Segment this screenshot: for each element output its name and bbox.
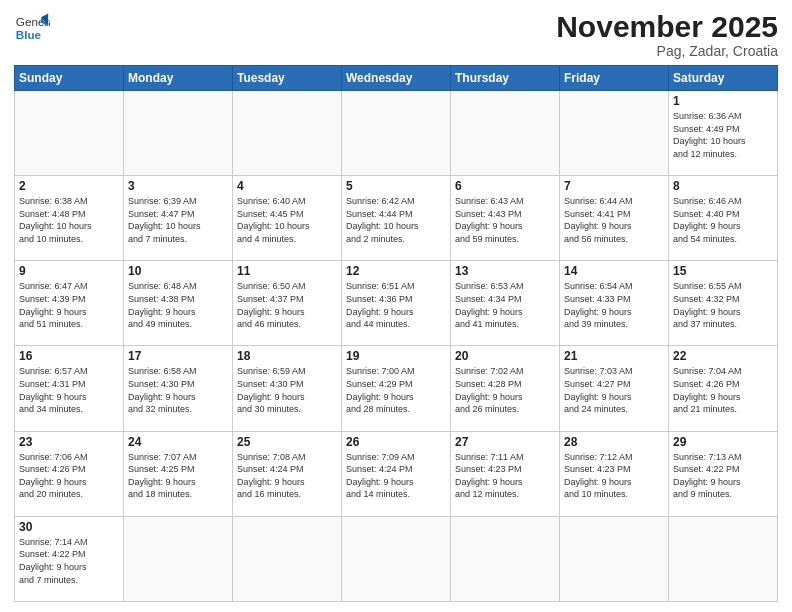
- calendar-week-1: 1Sunrise: 6:36 AM Sunset: 4:49 PM Daylig…: [15, 91, 778, 176]
- day-info: Sunrise: 6:53 AM Sunset: 4:34 PM Dayligh…: [455, 280, 555, 330]
- day-number: 20: [455, 349, 555, 363]
- calendar-cell: [342, 91, 451, 176]
- day-info: Sunrise: 7:09 AM Sunset: 4:24 PM Dayligh…: [346, 451, 446, 501]
- day-number: 15: [673, 264, 773, 278]
- calendar-cell: 12Sunrise: 6:51 AM Sunset: 4:36 PM Dayli…: [342, 261, 451, 346]
- weekday-header-saturday: Saturday: [669, 66, 778, 91]
- calendar-cell: [560, 91, 669, 176]
- calendar-cell: 7Sunrise: 6:44 AM Sunset: 4:41 PM Daylig…: [560, 176, 669, 261]
- calendar-week-3: 9Sunrise: 6:47 AM Sunset: 4:39 PM Daylig…: [15, 261, 778, 346]
- page: General Blue November 2025 Pag, Zadar, C…: [0, 0, 792, 612]
- day-info: Sunrise: 7:12 AM Sunset: 4:23 PM Dayligh…: [564, 451, 664, 501]
- logo-icon: General Blue: [14, 10, 50, 46]
- calendar-cell: 16Sunrise: 6:57 AM Sunset: 4:31 PM Dayli…: [15, 346, 124, 431]
- calendar-cell: 27Sunrise: 7:11 AM Sunset: 4:23 PM Dayli…: [451, 431, 560, 516]
- day-info: Sunrise: 6:40 AM Sunset: 4:45 PM Dayligh…: [237, 195, 337, 245]
- calendar-week-6: 30Sunrise: 7:14 AM Sunset: 4:22 PM Dayli…: [15, 516, 778, 601]
- calendar-cell: [233, 91, 342, 176]
- day-number: 19: [346, 349, 446, 363]
- svg-text:Blue: Blue: [16, 28, 42, 41]
- day-number: 6: [455, 179, 555, 193]
- day-info: Sunrise: 6:36 AM Sunset: 4:49 PM Dayligh…: [673, 110, 773, 160]
- day-number: 7: [564, 179, 664, 193]
- calendar-cell: 21Sunrise: 7:03 AM Sunset: 4:27 PM Dayli…: [560, 346, 669, 431]
- day-number: 11: [237, 264, 337, 278]
- header: General Blue November 2025 Pag, Zadar, C…: [14, 10, 778, 59]
- calendar-cell: 1Sunrise: 6:36 AM Sunset: 4:49 PM Daylig…: [669, 91, 778, 176]
- day-number: 8: [673, 179, 773, 193]
- calendar-week-5: 23Sunrise: 7:06 AM Sunset: 4:26 PM Dayli…: [15, 431, 778, 516]
- calendar-cell: [560, 516, 669, 601]
- day-number: 26: [346, 435, 446, 449]
- day-number: 16: [19, 349, 119, 363]
- day-number: 10: [128, 264, 228, 278]
- calendar-cell: [342, 516, 451, 601]
- calendar-cell: 25Sunrise: 7:08 AM Sunset: 4:24 PM Dayli…: [233, 431, 342, 516]
- day-number: 27: [455, 435, 555, 449]
- day-info: Sunrise: 6:44 AM Sunset: 4:41 PM Dayligh…: [564, 195, 664, 245]
- day-number: 18: [237, 349, 337, 363]
- calendar-cell: 9Sunrise: 6:47 AM Sunset: 4:39 PM Daylig…: [15, 261, 124, 346]
- day-info: Sunrise: 6:59 AM Sunset: 4:30 PM Dayligh…: [237, 365, 337, 415]
- calendar-table: SundayMondayTuesdayWednesdayThursdayFrid…: [14, 65, 778, 602]
- day-info: Sunrise: 6:50 AM Sunset: 4:37 PM Dayligh…: [237, 280, 337, 330]
- weekday-header-thursday: Thursday: [451, 66, 560, 91]
- calendar-cell: 2Sunrise: 6:38 AM Sunset: 4:48 PM Daylig…: [15, 176, 124, 261]
- day-number: 23: [19, 435, 119, 449]
- day-info: Sunrise: 6:47 AM Sunset: 4:39 PM Dayligh…: [19, 280, 119, 330]
- weekday-header-tuesday: Tuesday: [233, 66, 342, 91]
- calendar-cell: 24Sunrise: 7:07 AM Sunset: 4:25 PM Dayli…: [124, 431, 233, 516]
- day-info: Sunrise: 6:38 AM Sunset: 4:48 PM Dayligh…: [19, 195, 119, 245]
- day-number: 4: [237, 179, 337, 193]
- calendar-cell: [124, 91, 233, 176]
- day-number: 13: [455, 264, 555, 278]
- day-number: 3: [128, 179, 228, 193]
- calendar-cell: 11Sunrise: 6:50 AM Sunset: 4:37 PM Dayli…: [233, 261, 342, 346]
- calendar-week-4: 16Sunrise: 6:57 AM Sunset: 4:31 PM Dayli…: [15, 346, 778, 431]
- calendar-cell: 22Sunrise: 7:04 AM Sunset: 4:26 PM Dayli…: [669, 346, 778, 431]
- calendar-cell: 20Sunrise: 7:02 AM Sunset: 4:28 PM Dayli…: [451, 346, 560, 431]
- calendar-cell: 30Sunrise: 7:14 AM Sunset: 4:22 PM Dayli…: [15, 516, 124, 601]
- calendar-cell: 29Sunrise: 7:13 AM Sunset: 4:22 PM Dayli…: [669, 431, 778, 516]
- day-info: Sunrise: 6:54 AM Sunset: 4:33 PM Dayligh…: [564, 280, 664, 330]
- day-info: Sunrise: 6:48 AM Sunset: 4:38 PM Dayligh…: [128, 280, 228, 330]
- day-info: Sunrise: 7:00 AM Sunset: 4:29 PM Dayligh…: [346, 365, 446, 415]
- title-block: November 2025 Pag, Zadar, Croatia: [556, 10, 778, 59]
- calendar-cell: 18Sunrise: 6:59 AM Sunset: 4:30 PM Dayli…: [233, 346, 342, 431]
- day-info: Sunrise: 6:39 AM Sunset: 4:47 PM Dayligh…: [128, 195, 228, 245]
- day-info: Sunrise: 7:04 AM Sunset: 4:26 PM Dayligh…: [673, 365, 773, 415]
- calendar-cell: 26Sunrise: 7:09 AM Sunset: 4:24 PM Dayli…: [342, 431, 451, 516]
- calendar-cell: 14Sunrise: 6:54 AM Sunset: 4:33 PM Dayli…: [560, 261, 669, 346]
- calendar-cell: [15, 91, 124, 176]
- calendar-cell: 15Sunrise: 6:55 AM Sunset: 4:32 PM Dayli…: [669, 261, 778, 346]
- weekday-header-wednesday: Wednesday: [342, 66, 451, 91]
- month-title: November 2025: [556, 10, 778, 43]
- weekday-header-friday: Friday: [560, 66, 669, 91]
- calendar-cell: [233, 516, 342, 601]
- day-info: Sunrise: 6:42 AM Sunset: 4:44 PM Dayligh…: [346, 195, 446, 245]
- weekday-header-row: SundayMondayTuesdayWednesdayThursdayFrid…: [15, 66, 778, 91]
- calendar-cell: 10Sunrise: 6:48 AM Sunset: 4:38 PM Dayli…: [124, 261, 233, 346]
- calendar-cell: [124, 516, 233, 601]
- day-number: 17: [128, 349, 228, 363]
- day-info: Sunrise: 6:51 AM Sunset: 4:36 PM Dayligh…: [346, 280, 446, 330]
- day-info: Sunrise: 7:08 AM Sunset: 4:24 PM Dayligh…: [237, 451, 337, 501]
- calendar-cell: [669, 516, 778, 601]
- day-number: 14: [564, 264, 664, 278]
- day-info: Sunrise: 7:13 AM Sunset: 4:22 PM Dayligh…: [673, 451, 773, 501]
- calendar-cell: 6Sunrise: 6:43 AM Sunset: 4:43 PM Daylig…: [451, 176, 560, 261]
- calendar-cell: 28Sunrise: 7:12 AM Sunset: 4:23 PM Dayli…: [560, 431, 669, 516]
- calendar-cell: 23Sunrise: 7:06 AM Sunset: 4:26 PM Dayli…: [15, 431, 124, 516]
- day-info: Sunrise: 6:46 AM Sunset: 4:40 PM Dayligh…: [673, 195, 773, 245]
- calendar-cell: [451, 91, 560, 176]
- day-number: 24: [128, 435, 228, 449]
- logo: General Blue: [14, 10, 50, 46]
- weekday-header-sunday: Sunday: [15, 66, 124, 91]
- day-number: 28: [564, 435, 664, 449]
- day-number: 30: [19, 520, 119, 534]
- day-info: Sunrise: 6:43 AM Sunset: 4:43 PM Dayligh…: [455, 195, 555, 245]
- day-number: 29: [673, 435, 773, 449]
- calendar-cell: 3Sunrise: 6:39 AM Sunset: 4:47 PM Daylig…: [124, 176, 233, 261]
- day-number: 25: [237, 435, 337, 449]
- day-number: 22: [673, 349, 773, 363]
